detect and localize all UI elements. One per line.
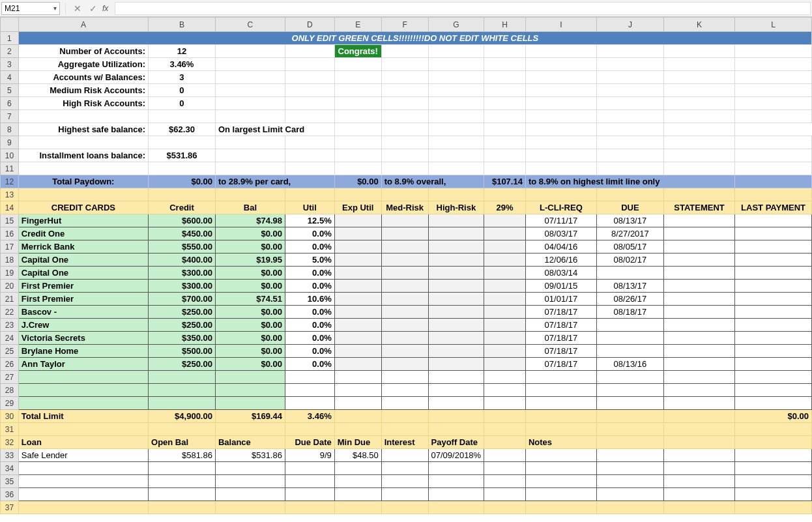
cell[interactable]: to 8.9% overall, bbox=[381, 175, 484, 188]
cell[interactable] bbox=[334, 97, 381, 110]
cell[interactable] bbox=[428, 110, 484, 123]
spreadsheet-grid[interactable]: A B C D E F G H I J K L 1ONLY EDIT GREEN… bbox=[0, 17, 812, 514]
cell[interactable] bbox=[334, 475, 381, 488]
cell[interactable] bbox=[428, 45, 484, 58]
name-box[interactable]: M21 ▾ bbox=[1, 2, 60, 15]
cell[interactable]: 07/18/17 bbox=[525, 345, 596, 358]
cell[interactable]: 10.6% bbox=[285, 293, 334, 306]
row-header[interactable]: 5 bbox=[1, 84, 19, 97]
cell[interactable] bbox=[663, 254, 734, 267]
cell[interactable] bbox=[735, 97, 812, 110]
cell[interactable] bbox=[381, 149, 428, 162]
cell[interactable] bbox=[381, 306, 428, 319]
cell[interactable] bbox=[428, 397, 484, 410]
cell[interactable] bbox=[428, 214, 484, 227]
cell[interactable] bbox=[663, 436, 734, 449]
cell[interactable] bbox=[334, 345, 381, 358]
cell[interactable]: Bal bbox=[215, 201, 285, 214]
cell[interactable] bbox=[735, 45, 812, 58]
cell[interactable]: to 8.9% on highest limit line only bbox=[525, 175, 734, 188]
cell[interactable] bbox=[381, 475, 428, 488]
cell[interactable]: 04/04/16 bbox=[525, 240, 596, 254]
cell[interactable] bbox=[663, 306, 734, 319]
col-header[interactable]: C bbox=[215, 18, 285, 32]
cell[interactable] bbox=[149, 501, 216, 514]
cell[interactable] bbox=[484, 58, 526, 71]
cell[interactable]: $0.00 bbox=[215, 332, 285, 345]
cell[interactable] bbox=[735, 345, 812, 358]
cell[interactable]: 07/09/2018% bbox=[428, 449, 484, 462]
cell[interactable]: $250.00 bbox=[149, 358, 216, 371]
row-header[interactable]: 1 bbox=[1, 32, 19, 45]
cell[interactable] bbox=[525, 136, 596, 149]
cell[interactable] bbox=[381, 449, 428, 462]
cell[interactable] bbox=[525, 188, 596, 201]
cell[interactable]: 12 bbox=[149, 45, 216, 58]
row-header[interactable]: 26 bbox=[1, 358, 19, 371]
cell[interactable] bbox=[428, 136, 484, 149]
cell[interactable] bbox=[215, 397, 285, 410]
cell[interactable] bbox=[735, 306, 812, 319]
cell[interactable]: High Risk Accounts: bbox=[18, 97, 148, 110]
cell[interactable] bbox=[285, 58, 334, 71]
col-header[interactable]: J bbox=[596, 18, 663, 32]
cell[interactable] bbox=[525, 397, 596, 410]
cell[interactable] bbox=[596, 162, 663, 175]
cell[interactable] bbox=[663, 136, 734, 149]
cell[interactable] bbox=[663, 71, 734, 84]
cell[interactable] bbox=[525, 123, 596, 136]
cell[interactable] bbox=[428, 227, 484, 240]
cell[interactable] bbox=[149, 136, 216, 149]
cell[interactable]: 9/9 bbox=[285, 449, 334, 462]
row-header[interactable]: 18 bbox=[1, 254, 19, 267]
cell[interactable]: $0.00 bbox=[735, 410, 812, 423]
cell[interactable] bbox=[663, 214, 734, 227]
cell[interactable] bbox=[525, 410, 596, 423]
cell[interactable] bbox=[663, 332, 734, 345]
cell[interactable]: $0.00 bbox=[215, 306, 285, 319]
row-header[interactable]: 32 bbox=[1, 436, 19, 449]
cell[interactable] bbox=[381, 358, 428, 371]
cell[interactable] bbox=[428, 280, 484, 293]
cell[interactable]: Open Bal bbox=[149, 436, 216, 449]
col-header[interactable]: K bbox=[663, 18, 734, 32]
cell[interactable] bbox=[735, 384, 812, 397]
cell[interactable] bbox=[18, 136, 148, 149]
cell[interactable]: $550.00 bbox=[149, 240, 216, 254]
cell[interactable] bbox=[428, 188, 484, 201]
cell[interactable] bbox=[663, 123, 734, 136]
cell[interactable] bbox=[149, 110, 216, 123]
cell[interactable] bbox=[596, 97, 663, 110]
cell[interactable] bbox=[735, 227, 812, 240]
cell[interactable] bbox=[663, 462, 734, 475]
row-header[interactable]: 3 bbox=[1, 58, 19, 71]
cell[interactable] bbox=[663, 475, 734, 488]
cell[interactable] bbox=[334, 488, 381, 501]
cell[interactable] bbox=[428, 345, 484, 358]
accept-formula-icon[interactable]: ✓ bbox=[87, 2, 100, 15]
cell[interactable] bbox=[735, 488, 812, 501]
cell[interactable] bbox=[484, 240, 526, 254]
cell[interactable] bbox=[735, 475, 812, 488]
cell[interactable] bbox=[525, 45, 596, 58]
cell[interactable]: 08/02/17 bbox=[596, 254, 663, 267]
cell[interactable]: Total Paydown: bbox=[18, 175, 148, 188]
cell[interactable]: 08/03/17 bbox=[525, 227, 596, 240]
cancel-formula-icon[interactable]: ✕ bbox=[71, 2, 84, 15]
cell[interactable] bbox=[285, 149, 334, 162]
cell[interactable] bbox=[596, 501, 663, 514]
cell[interactable] bbox=[735, 358, 812, 371]
row-header[interactable]: 16 bbox=[1, 227, 19, 240]
cell[interactable] bbox=[428, 254, 484, 267]
cell[interactable]: 08/13/16 bbox=[596, 358, 663, 371]
cell[interactable] bbox=[428, 240, 484, 254]
cell[interactable] bbox=[428, 58, 484, 71]
cell[interactable] bbox=[735, 449, 812, 462]
cell[interactable]: 0.0% bbox=[285, 358, 334, 371]
cell[interactable] bbox=[735, 319, 812, 332]
cell[interactable] bbox=[596, 345, 663, 358]
cell[interactable] bbox=[381, 397, 428, 410]
cell[interactable]: Credit bbox=[149, 201, 216, 214]
row-header[interactable]: 9 bbox=[1, 136, 19, 149]
cell[interactable] bbox=[484, 423, 526, 436]
